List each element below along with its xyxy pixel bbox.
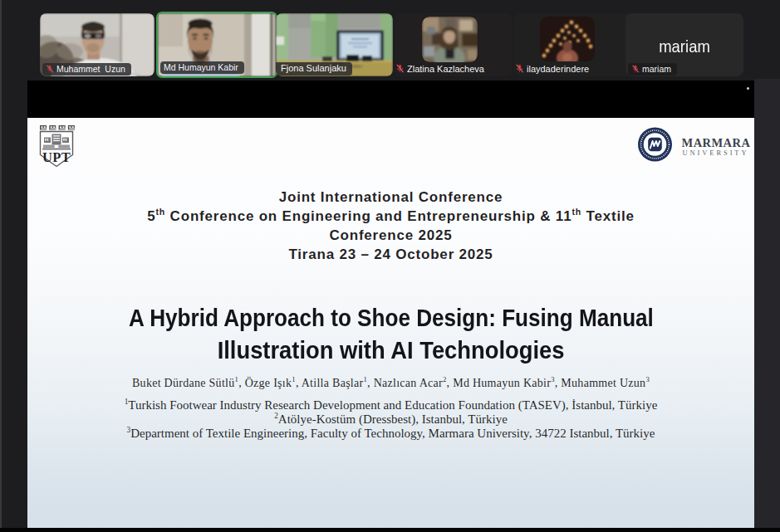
svg-text:MARMARA: MARMARA — [682, 136, 751, 149]
svg-text:UPT: UPT — [42, 149, 71, 165]
svg-text:UNIVERSITY: UNIVERSITY — [683, 149, 749, 157]
